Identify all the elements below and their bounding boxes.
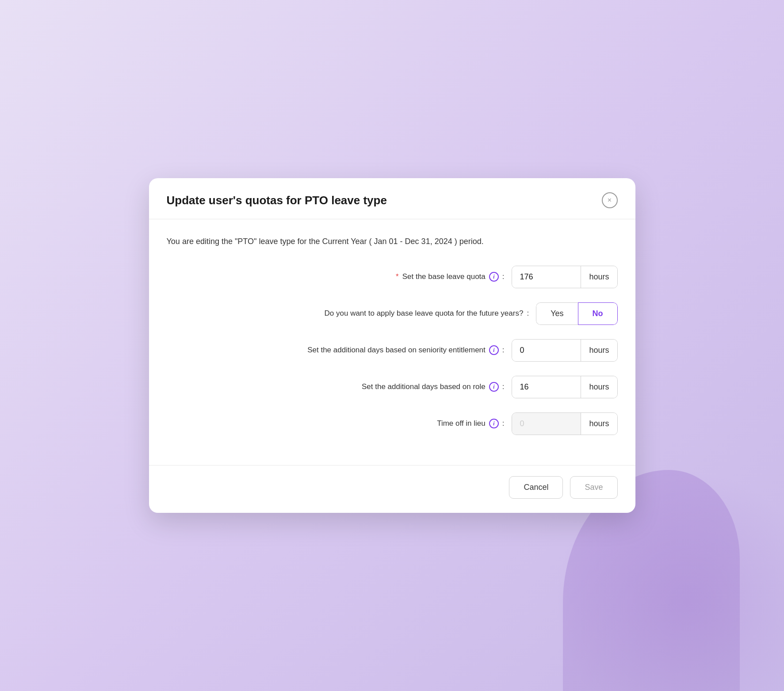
colon2: : bbox=[527, 309, 529, 318]
role-additional-label: Set the additional days based on role i … bbox=[362, 382, 505, 392]
role-additional-row: Set the additional days based on role i … bbox=[167, 376, 618, 398]
description-text: You are editing the "PTO" leave type for… bbox=[167, 235, 618, 248]
future-years-toggle-group: Yes No bbox=[536, 302, 617, 325]
future-years-label: Do you want to apply base leave quota fo… bbox=[325, 309, 529, 318]
role-additional-input[interactable] bbox=[512, 376, 581, 398]
seniority-entitlement-row: Set the additional days based on seniori… bbox=[167, 339, 618, 362]
base-leave-quota-input[interactable] bbox=[512, 266, 581, 288]
toil-info-icon[interactable]: i bbox=[489, 419, 499, 428]
role-additional-unit: hours bbox=[581, 376, 617, 398]
role-additional-input-group: hours bbox=[512, 376, 618, 398]
future-years-row: Do you want to apply base leave quota fo… bbox=[167, 302, 618, 325]
modal-overlay: Update user's quotas for PTO leave type … bbox=[149, 178, 635, 513]
colon3: : bbox=[502, 346, 505, 355]
base-leave-quota-label: * Set the base leave quota i : bbox=[396, 272, 504, 282]
seniority-info-icon[interactable]: i bbox=[489, 345, 499, 355]
cancel-button[interactable]: Cancel bbox=[509, 476, 563, 499]
colon4: : bbox=[502, 382, 505, 391]
time-off-in-lieu-unit: hours bbox=[581, 413, 617, 435]
time-off-in-lieu-label: Time off in lieu i : bbox=[437, 419, 504, 428]
required-star: * bbox=[396, 272, 399, 281]
time-off-in-lieu-row: Time off in lieu i : hours bbox=[167, 412, 618, 435]
seniority-entitlement-input[interactable] bbox=[512, 340, 581, 361]
base-leave-quota-unit: hours bbox=[581, 266, 617, 288]
seniority-entitlement-input-group: hours bbox=[512, 339, 618, 362]
base-leave-quota-input-group: hours bbox=[512, 266, 618, 288]
modal-header: Update user's quotas for PTO leave type … bbox=[149, 178, 635, 219]
modal-dialog: Update user's quotas for PTO leave type … bbox=[149, 178, 635, 513]
colon5: : bbox=[502, 419, 505, 428]
future-years-yes-button[interactable]: Yes bbox=[536, 302, 577, 325]
time-off-in-lieu-input bbox=[512, 413, 581, 435]
future-years-no-button[interactable]: No bbox=[578, 302, 618, 325]
colon: : bbox=[502, 272, 505, 281]
modal-title: Update user's quotas for PTO leave type bbox=[167, 194, 387, 207]
base-leave-quota-row: * Set the base leave quota i : hours bbox=[167, 266, 618, 288]
seniority-entitlement-unit: hours bbox=[581, 340, 617, 361]
save-button[interactable]: Save bbox=[570, 476, 617, 499]
time-off-in-lieu-input-group: hours bbox=[512, 412, 618, 435]
seniority-entitlement-label: Set the additional days based on seniori… bbox=[307, 345, 504, 355]
modal-footer: Cancel Save bbox=[149, 465, 635, 513]
role-info-icon[interactable]: i bbox=[489, 382, 499, 392]
close-button[interactable]: × bbox=[602, 192, 618, 208]
base-leave-quota-info-icon[interactable]: i bbox=[489, 272, 499, 282]
modal-body: You are editing the "PTO" leave type for… bbox=[149, 219, 635, 465]
